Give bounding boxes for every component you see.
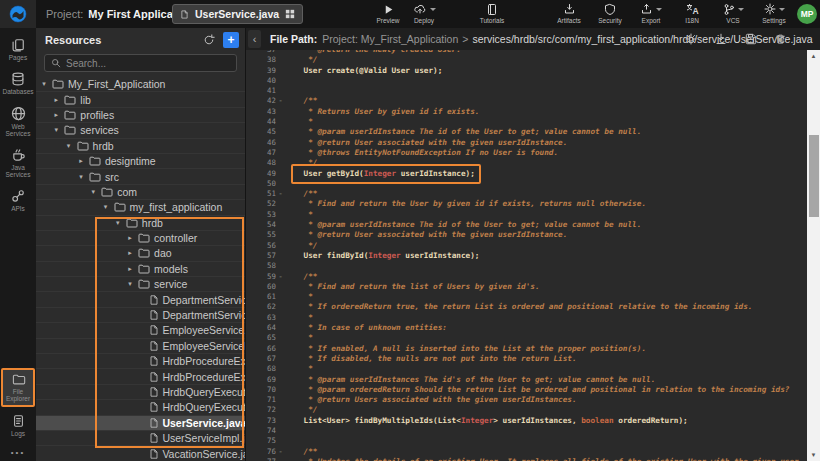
tree-file-HrdbQueryExecutorService.java[interactable]: HrdbQueryExecutorService.java xyxy=(36,385,245,400)
chevron-down-icon[interactable]: ▾ xyxy=(40,80,48,88)
sidebar-item-apis[interactable]: APIs xyxy=(1,185,35,216)
chevron-right-icon[interactable]: ▸ xyxy=(52,96,60,104)
tree-file-UserServiceImpl.java[interactable]: UserServiceImpl.java xyxy=(36,431,245,446)
tree-folder-profiles[interactable]: ▸profiles xyxy=(36,108,245,123)
code-line-51[interactable]: 51- /** xyxy=(246,189,807,199)
preview-button[interactable]: Preview xyxy=(370,2,406,24)
code-line-44[interactable]: 44 * xyxy=(246,117,807,127)
code-line-52[interactable]: 52 * Find and return the User by given i… xyxy=(246,199,807,209)
code-line-59[interactable]: 59- /** xyxy=(246,272,807,282)
code-line-61[interactable]: 61 * xyxy=(246,292,807,302)
code-line-68[interactable]: 68 * xyxy=(246,364,807,374)
code-line-45[interactable]: 45 * @param userIdInstance The id of the… xyxy=(246,127,807,137)
refresh-icon[interactable] xyxy=(203,34,215,46)
chevron-down-icon[interactable]: ▾ xyxy=(126,280,134,288)
tree-folder-lib[interactable]: ▸lib xyxy=(36,92,245,107)
avatar[interactable]: MP xyxy=(797,4,817,24)
code-line-64[interactable]: 64 * In case of unknown entities: xyxy=(246,323,807,333)
resources-search[interactable] xyxy=(44,54,237,72)
artifacts-button[interactable]: Artifacts xyxy=(551,2,587,24)
tree-folder-services[interactable]: ▾services xyxy=(36,123,245,138)
chevron-right-icon[interactable]: ▸ xyxy=(52,111,60,119)
code-area[interactable]: 37 * @return the newly created User.38 *… xyxy=(246,50,807,461)
chevron-down-icon[interactable]: ▾ xyxy=(65,142,73,150)
fold-marker[interactable]: - xyxy=(276,447,285,457)
security-button[interactable]: Security xyxy=(592,2,628,24)
tree-folder-src[interactable]: ▾src xyxy=(36,169,245,184)
tutorials-button[interactable]: Tutorials xyxy=(474,2,510,24)
code-line-71[interactable]: 71 * @return Users associated with the g… xyxy=(246,395,807,405)
code-line-49[interactable]: 49 User getById(Integer userIdInstance); xyxy=(246,169,807,179)
code-line-72[interactable]: 72 */ xyxy=(246,405,807,415)
code-line-43[interactable]: 43 * Returns User by given id if exists. xyxy=(246,107,807,117)
sidebar-item-web-services[interactable]: Web Services xyxy=(1,102,35,141)
tree-folder-dao[interactable]: ▸dao xyxy=(36,246,245,261)
export-button[interactable]: Export xyxy=(633,2,669,24)
code-line-46[interactable]: 46 * @return User associated with the gi… xyxy=(246,138,807,148)
tree-folder-controller[interactable]: ▸controller xyxy=(36,231,245,246)
tree-file-DepartmentService.java[interactable]: DepartmentService.java xyxy=(36,292,245,307)
chevron-right-icon[interactable]: ▸ xyxy=(126,265,134,273)
tree-folder-My_First_Application[interactable]: ▾My_First_Application xyxy=(36,77,245,92)
sidebar-item-java-services[interactable]: Java Services xyxy=(1,144,35,182)
tree-folder-my_first_application[interactable]: ▾my_first_application xyxy=(36,200,245,215)
scrollbar-up-arrow[interactable]: ▲ xyxy=(807,50,820,62)
chevron-right-icon[interactable]: ▸ xyxy=(126,234,134,242)
tree-folder-service[interactable]: ▾service xyxy=(36,277,245,292)
fold-marker[interactable]: - xyxy=(276,96,285,106)
code-line-39[interactable]: 39 User create(@Valid User user); xyxy=(246,66,807,76)
sidebar-item-databases[interactable]: Databases xyxy=(1,68,35,99)
tree-folder-hrdb[interactable]: ▾hrdb xyxy=(36,216,245,231)
code-line-73[interactable]: 73 List<User> findByMultipleIds(List<Int… xyxy=(246,416,807,426)
code-line-74[interactable]: 74 xyxy=(246,426,807,436)
code-line-57[interactable]: 57 User findById(Integer userIdInstance)… xyxy=(246,251,807,261)
code-line-63[interactable]: 63 * xyxy=(246,313,807,323)
code-line-66[interactable]: 66 * If enabled, A null is inserted into… xyxy=(246,344,807,354)
code-line-47[interactable]: 47 * @throws EntityNotFoundException If … xyxy=(246,148,807,158)
code-line-75[interactable]: 75 xyxy=(246,436,807,446)
save-button[interactable] xyxy=(745,33,757,45)
code-line-69[interactable]: 69 * @param userIdInstances The id's of … xyxy=(246,375,807,385)
code-line-50[interactable]: 50 xyxy=(246,179,807,189)
code-line-65[interactable]: 65 * xyxy=(246,333,807,343)
code-line-53[interactable]: 53 * xyxy=(246,210,807,220)
sidebar-item-pages[interactable]: Pages xyxy=(1,34,35,65)
code-line-54[interactable]: 54 * @param userIdInstance The id of the… xyxy=(246,220,807,230)
collapse-panel-button[interactable]: ‹ xyxy=(248,30,261,48)
code-line-76[interactable]: 76- /** xyxy=(246,447,807,457)
chevron-right-icon[interactable]: ▸ xyxy=(77,157,85,165)
download-button[interactable] xyxy=(715,33,727,45)
code-line-77[interactable]: 77 * Updates the details of an existing … xyxy=(246,457,807,461)
search-input[interactable] xyxy=(66,58,230,69)
code-line-40[interactable]: 40 xyxy=(246,76,807,86)
chevron-down-icon[interactable]: ▾ xyxy=(77,173,85,181)
chevron-down-icon[interactable]: ▾ xyxy=(102,203,110,211)
fold-marker[interactable]: - xyxy=(276,272,285,282)
chevron-down-icon[interactable]: ▾ xyxy=(52,126,60,134)
tree-folder-designtime[interactable]: ▸designtime xyxy=(36,154,245,169)
i18n-button[interactable]: AI18N xyxy=(674,2,710,24)
deploy-button[interactable]: Deploy xyxy=(406,2,442,24)
delete-button[interactable] xyxy=(775,33,786,45)
code-line-70[interactable]: 70 * @param orderedReturn Should the ret… xyxy=(246,385,807,395)
sidebar-item-file-explorer[interactable]: File Explorer xyxy=(1,368,35,407)
tab-userservice-java[interactable]: UserService.java xyxy=(172,4,303,24)
editor-scrollbar[interactable]: ▲ ▼ xyxy=(807,50,820,461)
code-line-55[interactable]: 55 * @return User associated with the gi… xyxy=(246,230,807,240)
code-line-67[interactable]: 67 * If disabled, the nulls are not put … xyxy=(246,354,807,364)
tree-file-VacationService.java[interactable]: VacationService.java xyxy=(36,446,245,460)
wavemaker-logo[interactable] xyxy=(0,0,36,28)
chevron-down-icon[interactable]: ▾ xyxy=(114,219,122,227)
scrollbar-thumb[interactable] xyxy=(809,135,819,217)
tree-file-HrdbQueryExecutorServiceImpl.java[interactable]: HrdbQueryExecutorServiceImpl.java xyxy=(36,400,245,415)
code-line-58[interactable]: 58 xyxy=(246,261,807,271)
vcs-button[interactable]: VCS xyxy=(715,2,751,24)
code-line-60[interactable]: 60 * Find and return the list of Users b… xyxy=(246,282,807,292)
tree-file-HrdbProcedureExecutorService.java[interactable]: HrdbProcedureExecutorService.java xyxy=(36,354,245,369)
tree-file-EmployeeServiceImpl.java[interactable]: EmployeeServiceImpl.java xyxy=(36,339,245,354)
code-line-62[interactable]: 62 * If orderedReturn true, the return L… xyxy=(246,302,807,312)
code-line-48[interactable]: 48 */ xyxy=(246,158,807,168)
code-line-42[interactable]: 42- /** xyxy=(246,96,807,106)
sidebar-item-logs[interactable]: Logs xyxy=(1,410,35,441)
tree-folder-hrdb[interactable]: ▾hrdb xyxy=(36,139,245,154)
